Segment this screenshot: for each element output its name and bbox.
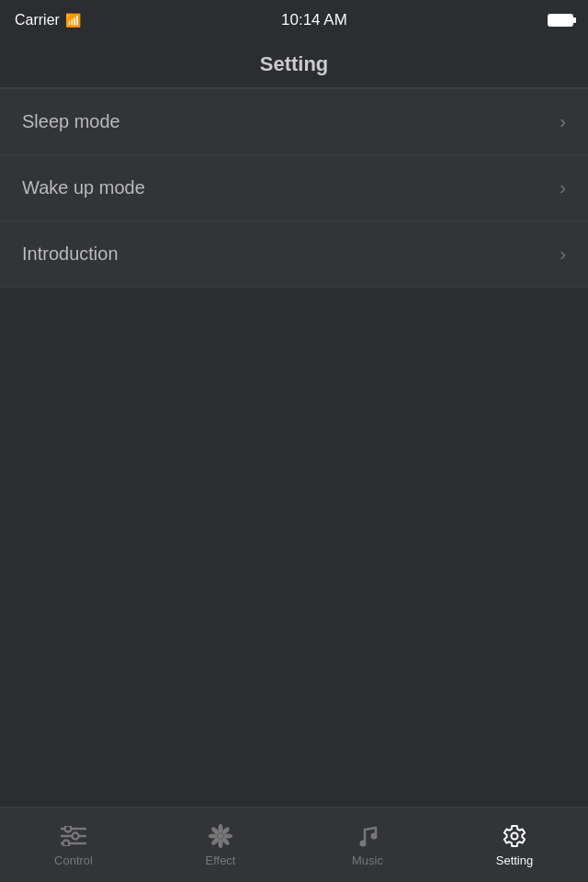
introduction-label: Introduction [22, 243, 119, 265]
control-icon [60, 822, 87, 850]
svg-point-14 [218, 833, 223, 839]
page-title-bar: Setting [0, 40, 588, 88]
settings-item-introduction[interactable]: Introduction › [0, 221, 588, 288]
tab-effect[interactable]: Effect [147, 815, 294, 875]
svg-point-12 [209, 834, 218, 839]
effect-icon [207, 822, 234, 850]
battery-icon [548, 14, 573, 27]
music-tab-label: Music [352, 854, 383, 867]
setting-icon [501, 822, 528, 850]
tab-setting[interactable]: Setting [441, 815, 588, 875]
svg-point-10 [219, 839, 223, 848]
tab-control[interactable]: Control [0, 815, 147, 875]
chevron-right-icon: › [560, 177, 566, 198]
music-icon [354, 822, 381, 850]
settings-list: Sleep mode › Wake up mode › Introduction… [0, 88, 588, 288]
control-tab-label: Control [54, 854, 93, 867]
svg-point-16 [371, 833, 378, 840]
svg-point-8 [223, 834, 232, 839]
chevron-right-icon: › [560, 243, 566, 265]
svg-point-3 [73, 833, 79, 840]
effect-tab-label: Effect [205, 854, 235, 867]
wake-up-mode-label: Wake up mode [22, 177, 145, 198]
sleep-mode-label: Sleep mode [22, 111, 120, 132]
tab-music[interactable]: Music [294, 815, 441, 875]
setting-tab-label: Setting [496, 854, 533, 867]
battery-indicator [548, 14, 573, 27]
carrier-label: Carrier [15, 12, 60, 28]
chevron-right-icon: › [560, 111, 566, 132]
svg-point-6 [219, 824, 223, 833]
settings-item-wake-up-mode[interactable]: Wake up mode › [0, 155, 588, 221]
page-title: Setting [260, 52, 329, 76]
empty-area [0, 288, 588, 808]
status-bar: Carrier 📶 10:14 AM [0, 0, 588, 40]
status-time: 10:14 AM [281, 11, 347, 29]
svg-point-15 [360, 841, 367, 847]
settings-item-sleep-mode[interactable]: Sleep mode › [0, 89, 588, 155]
wifi-icon: 📶 [65, 13, 81, 28]
svg-point-5 [63, 841, 70, 847]
svg-point-1 [65, 826, 72, 832]
tab-bar: Control Effect [0, 807, 588, 882]
